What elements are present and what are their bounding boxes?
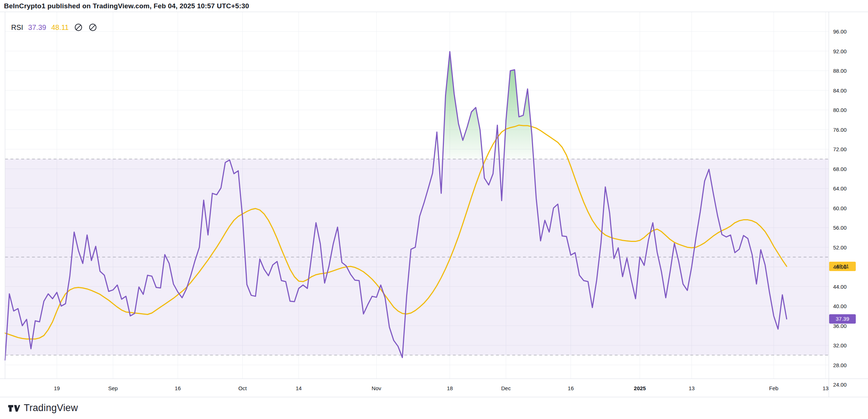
- y-tick-label: 96.00: [833, 28, 847, 35]
- tradingview-logo-text: TradingView: [24, 402, 78, 414]
- x-tick-label: Dec: [501, 385, 511, 391]
- y-tick-label: 92.00: [833, 48, 847, 54]
- indicator-name: RSI: [11, 23, 23, 32]
- x-tick-label: 2025: [634, 385, 646, 391]
- y-tick-label: 28.00: [833, 362, 847, 368]
- y-tick-label: 64.00: [833, 185, 847, 192]
- x-tick-label: Oct: [238, 385, 247, 391]
- y-tick-label: 88.00: [833, 68, 847, 74]
- y-tick-label: 40.00: [833, 303, 847, 309]
- x-tick-label: 14: [296, 385, 302, 391]
- x-tick-label: 13: [689, 385, 695, 391]
- y-tick-label: 36.00: [833, 323, 847, 329]
- rsi-chart-canvas[interactable]: [0, 0, 868, 419]
- rsi-chart-page: BeInCrypto1 published on TradingView.com…: [0, 0, 868, 419]
- x-tick-label: Sep: [108, 385, 118, 391]
- hidden-source-icon[interactable]: [88, 23, 97, 32]
- rsi-price-badge: 37.39: [829, 314, 856, 324]
- tradingview-logo[interactable]: TradingView: [8, 402, 78, 414]
- y-tick-label: 68.00: [833, 166, 847, 172]
- x-tick-label: 13: [823, 385, 829, 391]
- x-tick-label: 16: [175, 385, 181, 391]
- y-tick-label: 72.00: [833, 146, 847, 152]
- published-header: BeInCrypto1 published on TradingView.com…: [4, 2, 249, 10]
- x-tick-label: Nov: [372, 385, 381, 391]
- y-tick-label: 32.00: [833, 342, 847, 348]
- y-tick-label: 44.00: [833, 283, 847, 289]
- y-tick-label: 56.00: [833, 225, 847, 231]
- hidden-source-icon[interactable]: [74, 23, 83, 32]
- x-tick-label: Feb: [769, 385, 778, 391]
- y-tick-label: 24.00: [833, 382, 847, 388]
- y-tick-label: 80.00: [833, 107, 847, 113]
- y-tick-label: 60.00: [833, 205, 847, 211]
- x-tick-label: 16: [568, 385, 574, 391]
- indicator-legend[interactable]: RSI 37.39 48.11: [11, 22, 97, 32]
- tradingview-mark-icon: [8, 403, 20, 414]
- x-tick-label: 18: [447, 385, 453, 391]
- y-tick-label: 52.00: [833, 244, 847, 250]
- y-tick-label: 48.00: [833, 264, 847, 270]
- rsi-current-value: 37.39: [28, 23, 46, 32]
- x-tick-label: 19: [54, 385, 60, 391]
- ma-current-value: 48.11: [51, 23, 69, 32]
- y-tick-label: 76.00: [833, 126, 847, 132]
- y-tick-label: 84.00: [833, 87, 847, 93]
